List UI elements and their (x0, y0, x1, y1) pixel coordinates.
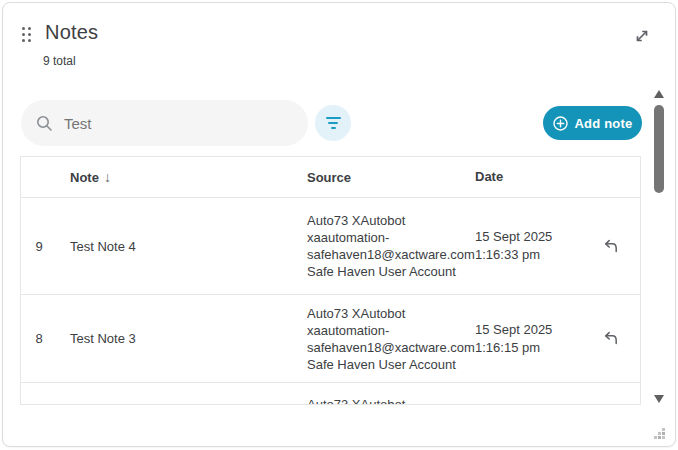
drag-handle-icon[interactable] (22, 27, 35, 45)
triangle-down-icon[interactable] (654, 395, 664, 403)
notes-widget-card: Notes 9 total Add note Note (2, 2, 676, 447)
column-header-source[interactable]: Source (307, 169, 475, 186)
filter-button[interactable] (315, 105, 351, 141)
reply-button[interactable] (596, 231, 626, 261)
table-row[interactable]: 9 Test Note 4 Auto73 XAutobot xaautomati… (21, 198, 640, 295)
row-number: 8 (21, 331, 57, 346)
table-header-row: Note ↓ Source Date (21, 157, 640, 198)
row-number: 9 (21, 239, 57, 254)
note-date: 15 Sept 2025 1:16:15 pm (475, 321, 581, 357)
note-source: Auto73 XAutobot xaautomation- safehaven1… (307, 305, 475, 373)
scrollbar-thumb[interactable] (654, 105, 664, 193)
expand-diagonal-icon (634, 28, 650, 44)
resize-grip-icon[interactable] (654, 428, 666, 440)
reply-icon (601, 237, 620, 256)
search-icon (36, 115, 53, 132)
table-row[interactable]: 8 Test Note 3 Auto73 XAutobot xaautomati… (21, 295, 640, 383)
search-box[interactable] (21, 100, 308, 146)
page-title: Notes (45, 21, 98, 44)
filter-lines-icon (326, 117, 341, 130)
notes-table: Note ↓ Source Date 9 Test Note 4 Auto73 … (20, 156, 641, 405)
plus-circle-icon (553, 116, 568, 131)
table-row-partial[interactable]: Auto73 XAutobot (21, 383, 640, 405)
add-note-label: Add note (575, 116, 633, 131)
vertical-scrollbar[interactable] (652, 87, 666, 407)
column-header-date[interactable]: Date (475, 168, 581, 186)
note-title: Test Note 3 (57, 331, 307, 346)
note-source: Auto73 XAutobot xaautomation- safehaven1… (307, 212, 475, 280)
note-date: 15 Sept 2025 1:16:33 pm (475, 228, 581, 264)
notes-count: 9 total (43, 54, 76, 68)
reply-button[interactable] (596, 324, 626, 354)
triangle-up-icon[interactable] (654, 90, 664, 98)
expand-button[interactable] (631, 25, 653, 47)
reply-icon (601, 329, 620, 348)
search-input[interactable] (64, 115, 294, 132)
note-source: Auto73 XAutobot (307, 383, 475, 405)
column-header-note[interactable]: Note ↓ (57, 169, 307, 185)
arrow-down-icon: ↓ (104, 169, 111, 185)
add-note-button[interactable]: Add note (543, 106, 642, 140)
note-title: Test Note 4 (57, 239, 307, 254)
